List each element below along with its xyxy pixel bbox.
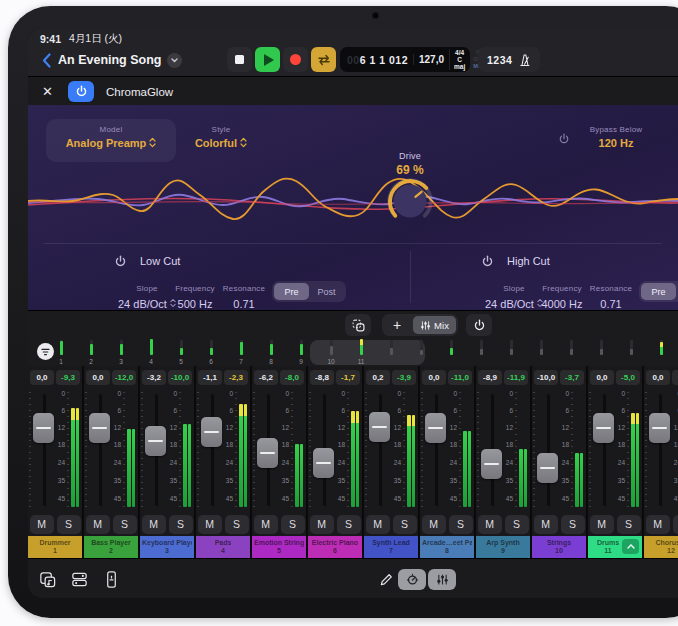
fader-handle[interactable] — [481, 449, 502, 479]
channel-strip-11[interactable]: 0,0-5,0061218243545MSDrums11 — [588, 366, 642, 558]
mute-button[interactable]: M — [590, 515, 614, 534]
solo-button[interactable]: S — [169, 515, 193, 534]
peak-level-value[interactable]: -3,7 — [560, 370, 584, 385]
pencil-button[interactable] — [375, 568, 397, 590]
channel-strip-5[interactable]: -6,2-8,0061218243545MSEmotion Strings5 — [252, 366, 306, 558]
peak-level-value[interactable]: -10,0 — [168, 370, 192, 385]
peak-level-value[interactable]: -11,9 — [504, 370, 528, 385]
volume-value[interactable]: 0,0 — [30, 370, 54, 385]
duplicate-button[interactable] — [345, 314, 371, 336]
fader-handle[interactable] — [313, 448, 334, 478]
channel-strip-12[interactable]: 0,0061218243545MSChorus V12 — [644, 366, 678, 558]
mute-button[interactable]: M — [646, 515, 670, 534]
fader-handle[interactable] — [369, 412, 390, 442]
stop-button[interactable] — [227, 47, 252, 72]
channel-strip-6[interactable]: -8,8-1,7061218243545MSElectric Piano6 — [308, 366, 362, 558]
volume-value[interactable]: 0,2 — [366, 370, 390, 385]
mute-button[interactable]: M — [534, 515, 558, 534]
loop-browser-button[interactable] — [36, 568, 58, 590]
fader-track[interactable] — [435, 394, 438, 506]
solo-button[interactable]: S — [57, 515, 81, 534]
track-name-plate[interactable]: Drummer1 — [28, 536, 82, 558]
mix-mode-button[interactable]: Mix — [413, 316, 456, 334]
peak-level-value[interactable]: -8,0 — [280, 370, 304, 385]
track-name-plate[interactable]: Arp Synth9 — [476, 536, 530, 558]
low-cut-power-button[interactable] — [114, 254, 127, 272]
solo-button[interactable]: S — [113, 515, 137, 534]
solo-button[interactable]: S — [673, 515, 678, 534]
track-name-plate[interactable]: Arcade…eet Pad8 — [420, 536, 474, 558]
fader-handle[interactable] — [201, 417, 222, 447]
volume-value[interactable]: 0,0 — [86, 370, 110, 385]
volume-value[interactable]: -10,0 — [534, 370, 558, 385]
peak-level-value[interactable]: -1,7 — [336, 370, 360, 385]
fader-track[interactable] — [99, 394, 102, 506]
fader-track[interactable] — [603, 394, 606, 506]
tuner-button[interactable] — [398, 569, 426, 590]
fader-track[interactable] — [547, 394, 550, 506]
low-cut-pre-button[interactable]: Pre — [274, 283, 309, 300]
peak-level-value[interactable]: -2,3 — [224, 370, 248, 385]
track-name-plate[interactable]: Strings10 — [532, 536, 586, 558]
high-cut-power-button[interactable] — [481, 254, 494, 272]
fader-handle[interactable] — [257, 438, 278, 468]
solo-button[interactable]: S — [617, 515, 641, 534]
solo-button[interactable]: S — [337, 515, 361, 534]
volume-value[interactable]: -8,8 — [310, 370, 334, 385]
drive-knob[interactable] — [384, 175, 436, 227]
solo-button[interactable]: S — [505, 515, 529, 534]
peak-level-value[interactable]: -9,3 — [56, 370, 80, 385]
mute-button[interactable]: M — [310, 515, 334, 534]
channel-strip-1[interactable]: 0,0-9,3061218243545MSDrummer1 — [28, 366, 82, 558]
fader-track[interactable] — [43, 394, 46, 506]
peak-level-value[interactable]: -3,9 — [392, 370, 416, 385]
fader-track[interactable] — [659, 394, 662, 506]
high-cut-pre-button[interactable]: Pre — [641, 283, 676, 300]
solo-button[interactable]: S — [225, 515, 249, 534]
mixer-power-button[interactable] — [466, 314, 492, 336]
channel-strip-3[interactable]: -3,2-10,0061218243545MSKeyboard Player3 — [140, 366, 194, 558]
fader-track[interactable] — [211, 394, 214, 506]
peak-level-value[interactable]: -11,0 — [448, 370, 472, 385]
count-in-button[interactable]: 1234 — [478, 47, 540, 72]
channel-strip-9[interactable]: -8,9-11,9061218243545MSArp Synth9 — [476, 366, 530, 558]
peak-level-value[interactable]: -12,0 — [112, 370, 136, 385]
record-button[interactable] — [283, 47, 308, 72]
cycle-button[interactable] — [311, 47, 336, 72]
low-cut-resonance[interactable]: Resonance 0.71 — [209, 277, 279, 310]
track-name-plate[interactable]: Bass Player2 — [84, 536, 138, 558]
volume-value[interactable]: 0,0 — [422, 370, 446, 385]
volume-value[interactable]: -8,9 — [478, 370, 502, 385]
channel-strip-4[interactable]: -1,1-2,3061218243545MSPads4 — [196, 366, 250, 558]
volume-value[interactable]: 0,0 — [646, 370, 670, 385]
solo-button[interactable]: S — [561, 515, 585, 534]
bypass-below-control[interactable]: Bypass Below 120 Hz — [573, 125, 659, 149]
track-name-plate[interactable]: Electric Piano6 — [308, 536, 362, 558]
track-name-plate[interactable]: Keyboard Player3 — [140, 536, 194, 558]
fader-handle[interactable] — [537, 453, 558, 483]
add-track-button[interactable]: + — [382, 314, 412, 336]
track-name-plate[interactable]: Synth Lead7 — [364, 536, 418, 558]
solo-button[interactable]: S — [393, 515, 417, 534]
mute-button[interactable]: M — [478, 515, 502, 534]
channel-strip-10[interactable]: -10,0-3,7061218243545MSStrings10 — [532, 366, 586, 558]
style-selector[interactable]: Style Colorful — [176, 125, 266, 149]
fader-handle[interactable] — [89, 413, 110, 443]
solo-button[interactable]: S — [449, 515, 473, 534]
lcd-display[interactable]: 006 1 1 012 127,0 4/4C maj IN OUTMIDI — [340, 47, 470, 72]
mute-button[interactable]: M — [254, 515, 278, 534]
fader-handle[interactable] — [593, 413, 614, 443]
plugin-close-button[interactable]: ✕ — [42, 84, 60, 99]
volume-value[interactable]: -3,2 — [142, 370, 166, 385]
fader-track[interactable] — [379, 394, 382, 506]
peak-level-value[interactable]: -5,0 — [616, 370, 640, 385]
track-name-plate[interactable]: Chorus V12 — [644, 536, 678, 558]
level-control[interactable]: Level 0.0 — [664, 125, 678, 149]
track-name-plate[interactable]: Emotion Strings5 — [252, 536, 306, 558]
mute-button[interactable]: M — [142, 515, 166, 534]
title-disclosure-button[interactable] — [167, 53, 182, 68]
browser-button[interactable] — [68, 568, 90, 590]
model-selector[interactable]: Model Analog Preamp — [46, 119, 176, 162]
channel-strip-inspector-button[interactable] — [100, 568, 122, 590]
back-button[interactable] — [36, 48, 56, 72]
